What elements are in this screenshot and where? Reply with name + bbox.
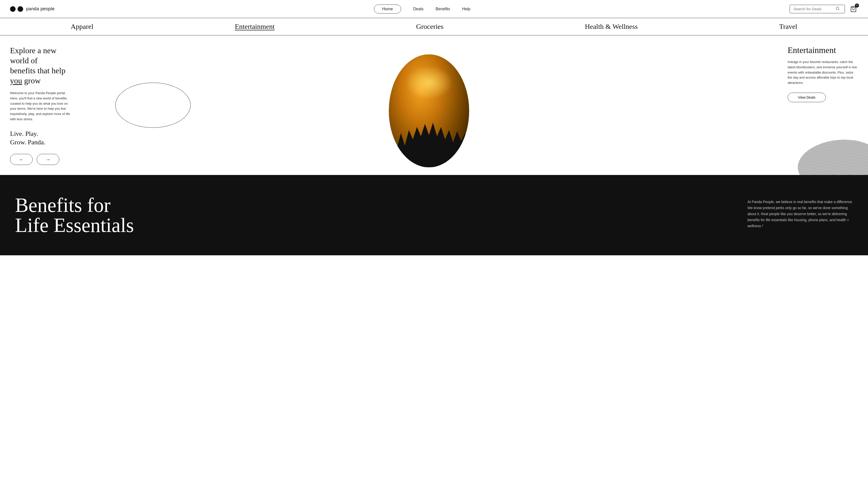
cart-badge: 0: [855, 3, 859, 7]
hero-center: [81, 35, 778, 175]
header-right: 0: [789, 4, 858, 13]
search-input[interactable]: [794, 7, 834, 11]
hero-description: Welcome to your Panda People portal. Her…: [10, 91, 70, 122]
logo-dot-1: [10, 6, 16, 12]
benefits-headline-line1: Benefits for: [15, 194, 111, 216]
benefits-description: At Panda People, we believe in real bene…: [747, 195, 853, 229]
benefits-headline-line2: Life Essentials: [15, 214, 134, 236]
arrow-right-button[interactable]: →: [37, 154, 59, 165]
search-icon: [836, 6, 840, 11]
logo-dot-2: [18, 6, 23, 12]
entertainment-title: Entertainment: [787, 45, 858, 55]
hero-arrows: ← →: [10, 154, 70, 165]
category-entertainment[interactable]: Entertainment: [235, 23, 275, 31]
svg-line-1: [838, 9, 839, 10]
view-deals-button[interactable]: View Deals: [787, 93, 826, 102]
benefits-headline: Benefits for Life Essentials: [15, 195, 727, 235]
nav-help[interactable]: Help: [462, 7, 470, 11]
nav-deals[interactable]: Deals: [413, 7, 424, 11]
concert-image: [389, 55, 469, 167]
category-apparel[interactable]: Apparel: [71, 23, 93, 31]
logo-name: panda people: [26, 6, 55, 11]
logo-area: panda people: [10, 6, 55, 12]
svg-point-0: [836, 7, 839, 10]
logo-dots: [10, 6, 23, 12]
category-nav: Apparel Entertainment Groceries Health &…: [0, 18, 868, 35]
hero-tagline-line2: Grow. Panda.: [10, 138, 45, 146]
outline-oval: [115, 83, 191, 128]
hero-right: Entertainment Indulge in your favorite r…: [778, 35, 868, 175]
arrow-left-button[interactable]: ←: [10, 154, 33, 165]
hero-headline: Explore a new world ofbenefits that help…: [10, 45, 70, 86]
texture-oval-inner: [796, 136, 868, 175]
benefits-section: Benefits for Life Essentials At Panda Pe…: [0, 175, 868, 255]
concert-oval: [389, 55, 469, 167]
hero-left: Explore a new world ofbenefits that help…: [0, 35, 81, 175]
hero-section: Explore a new world ofbenefits that help…: [0, 35, 868, 175]
header: panda people Home Deals Benefits Help 0: [0, 0, 868, 18]
main-nav: Home Deals Benefits Help: [374, 4, 470, 13]
search-box[interactable]: [789, 5, 845, 13]
hero-tagline-line1: Live. Play.: [10, 130, 38, 137]
nav-home[interactable]: Home: [374, 4, 401, 13]
hero-headline-text1: Explore a new world ofbenefits that help…: [10, 46, 65, 85]
cart-icon[interactable]: 0: [849, 4, 858, 13]
category-groceries[interactable]: Groceries: [416, 23, 443, 31]
texture-oval: [796, 136, 868, 175]
hero-tagline: Live. Play. Grow. Panda.: [10, 130, 70, 147]
entertainment-description: Indulge in your favorite restaurants, ca…: [787, 60, 858, 86]
category-travel[interactable]: Travel: [779, 23, 797, 31]
nav-benefits[interactable]: Benefits: [435, 7, 450, 11]
category-health-wellness[interactable]: Health & Wellness: [585, 23, 638, 31]
